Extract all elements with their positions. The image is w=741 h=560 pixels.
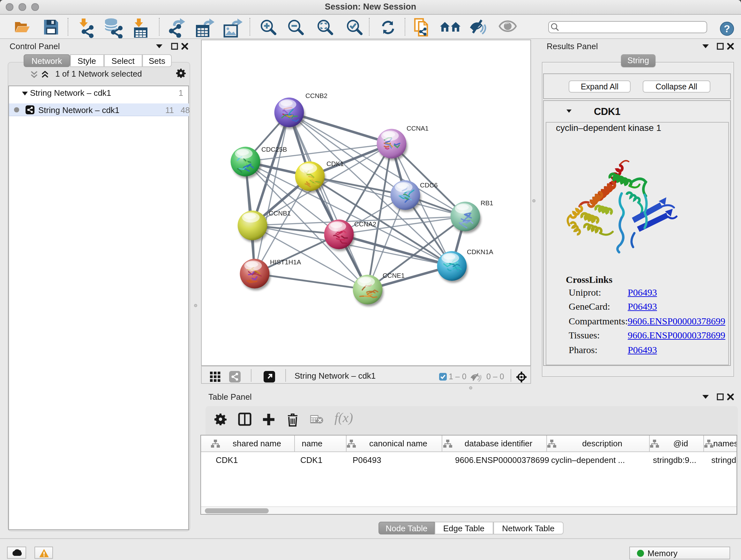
- svg-text:CCNE1: CCNE1: [383, 272, 405, 279]
- svg-text:CCNB2: CCNB2: [306, 92, 327, 99]
- svg-text:CCNA2: CCNA2: [354, 220, 376, 227]
- svg-text:HIST1H1A: HIST1H1A: [270, 258, 301, 265]
- svg-text:CDK1: CDK1: [327, 160, 344, 167]
- svg-text:RB1: RB1: [481, 199, 493, 206]
- svg-text:CCNB1: CCNB1: [269, 209, 291, 216]
- svg-text:CCNA1: CCNA1: [407, 125, 428, 132]
- svg-text:CDKN1A: CDKN1A: [467, 248, 493, 255]
- svg-text:?: ?: [724, 23, 730, 35]
- svg-text:CDC25B: CDC25B: [261, 145, 287, 152]
- svg-text:CDC6: CDC6: [420, 181, 438, 188]
